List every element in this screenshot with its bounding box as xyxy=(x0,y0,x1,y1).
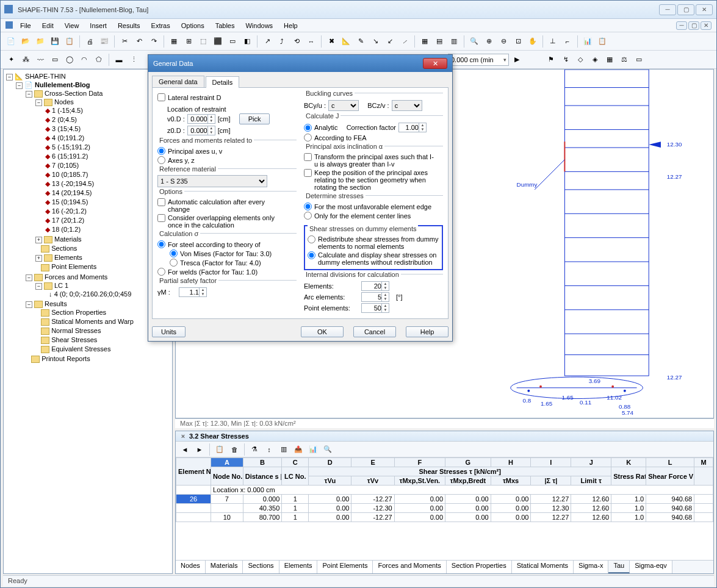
results-grid[interactable]: Element No. A B C D E F G H I J xyxy=(176,457,713,560)
filter7-icon[interactable]: ▭ xyxy=(632,53,646,66)
ok-button[interactable]: OK xyxy=(301,326,344,337)
mdi-minimize-button[interactable]: ─ xyxy=(676,21,687,30)
filter3-icon[interactable]: ◇ xyxy=(574,53,587,66)
col-F[interactable]: F xyxy=(394,458,445,467)
panel-next-icon[interactable]: ► xyxy=(193,443,206,456)
corr-input[interactable] xyxy=(398,123,419,132)
zoom-window-icon[interactable]: 🔍 xyxy=(467,35,481,48)
menu-windows[interactable]: Windows xyxy=(240,21,278,30)
gamma-input[interactable] xyxy=(179,287,200,297)
tool1-icon[interactable]: ⬚ xyxy=(196,35,210,48)
panel-tab-forces-and-moments[interactable]: Forces and Moments xyxy=(373,561,446,573)
open2-icon[interactable]: 📁 xyxy=(34,35,47,48)
panel-tab-elements[interactable]: Elements xyxy=(279,561,318,573)
tree-toggle[interactable]: − xyxy=(26,301,32,308)
col-I[interactable]: I xyxy=(531,458,571,467)
col-element-no[interactable]: Element No. xyxy=(176,458,211,486)
mdi-close-button[interactable]: ✕ xyxy=(701,21,712,30)
lateral-restraint-checkbox[interactable] xyxy=(157,93,165,101)
play-icon[interactable]: ▶ xyxy=(510,53,524,66)
zoom-fit-icon[interactable]: ⊡ xyxy=(511,35,525,48)
calc-icon[interactable]: ▦ xyxy=(418,35,431,48)
vonmises-radio[interactable] xyxy=(170,249,178,257)
col-H[interactable]: H xyxy=(491,458,531,467)
panel-tab-sigma-x[interactable]: Sigma-x xyxy=(574,561,608,573)
panel-filter-icon[interactable]: ⚗ xyxy=(248,443,261,456)
menu-insert[interactable]: Insert xyxy=(85,21,112,30)
panel-find-icon[interactable]: 🔍 xyxy=(321,443,334,456)
zoom-out-icon[interactable]: ⊖ xyxy=(497,35,510,48)
rect-icon[interactable]: ▭ xyxy=(48,53,62,66)
tool6-icon[interactable]: ⤴ xyxy=(275,35,289,48)
steel-radio[interactable] xyxy=(157,240,165,248)
report2-icon[interactable]: 📋 xyxy=(596,35,609,48)
section-icon[interactable]: ⌐ xyxy=(561,35,574,48)
col-J[interactable]: J xyxy=(571,458,611,467)
tree-printout[interactable]: Printout Reports xyxy=(41,355,90,362)
panel-tab-section-properties[interactable]: Section Properties xyxy=(447,561,512,573)
report-icon[interactable]: 📊 xyxy=(581,35,594,48)
nodes-icon[interactable]: ⁂ xyxy=(19,53,32,66)
calc-disp-radio[interactable] xyxy=(308,251,315,259)
tool4-icon[interactable]: ◧ xyxy=(240,35,254,48)
menu-results[interactable]: Results xyxy=(113,21,145,30)
x-position-combo[interactable]: 0.000 cm (min xyxy=(448,54,509,66)
filter2-icon[interactable]: ↯ xyxy=(559,53,572,66)
arc-elements-input[interactable] xyxy=(361,292,382,302)
filter4-icon[interactable]: ◈ xyxy=(588,53,602,66)
table-row[interactable]: 2670.00010.00-12.270.000.000.0012.2712.6… xyxy=(176,495,713,504)
saveas-icon[interactable]: 📋 xyxy=(63,35,76,48)
line-icon[interactable]: 〰 xyxy=(34,53,47,66)
undo-icon[interactable]: ↶ xyxy=(132,35,146,48)
tree-toggle[interactable]: − xyxy=(16,82,23,89)
panel-tab-sigma-eqv[interactable]: Sigma-eqv xyxy=(630,561,672,573)
tree-materials[interactable]: Materials xyxy=(54,235,82,243)
transform-checkbox[interactable] xyxy=(304,153,312,161)
units-button[interactable]: Units xyxy=(152,326,186,337)
table-icon[interactable]: ▤ xyxy=(433,35,446,48)
axis-icon[interactable]: ⊥ xyxy=(546,35,560,48)
menu-view[interactable]: View xyxy=(60,21,84,30)
print-icon[interactable]: 🖨 xyxy=(83,35,96,48)
bcyu-select[interactable]: c xyxy=(328,100,359,111)
maximize-button[interactable]: ▢ xyxy=(677,4,694,15)
arc-icon[interactable]: ◠ xyxy=(77,53,91,66)
tree-nodes[interactable]: Nodes xyxy=(54,98,74,106)
elements-input[interactable] xyxy=(361,281,382,291)
redistribute-radio[interactable] xyxy=(308,235,315,243)
panel-tab-nodes[interactable]: Nodes xyxy=(176,561,206,573)
col-K[interactable]: K xyxy=(611,458,646,467)
z0d-input[interactable] xyxy=(187,126,208,135)
panel-tab-tau[interactable]: Tau xyxy=(608,561,630,573)
tool9-icon[interactable]: ✖ xyxy=(325,35,338,48)
menu-options[interactable]: Options xyxy=(176,21,209,30)
welds-radio[interactable] xyxy=(157,268,165,276)
tool8-icon[interactable]: ↔ xyxy=(304,35,318,48)
tree-results[interactable]: Results xyxy=(45,300,67,307)
table-row[interactable]: 1080.70010.00-12.270.000.000.0012.2712.6… xyxy=(176,513,713,522)
tree-lc-value[interactable]: 4 (0; 0;0;-2160.26;0;0;459 xyxy=(54,290,132,298)
tool13-icon[interactable]: ↙ xyxy=(383,35,397,48)
unfav-radio[interactable] xyxy=(304,203,312,210)
mdi-restore-button[interactable]: ▢ xyxy=(688,21,699,30)
tree-fm[interactable]: Forces and Moments xyxy=(45,273,107,281)
analytic-radio[interactable] xyxy=(304,124,312,132)
filter6-icon[interactable]: ⚖ xyxy=(618,53,631,66)
tree-sections[interactable]: Sections xyxy=(51,245,77,252)
tree-toggle[interactable]: + xyxy=(35,255,42,262)
panel-tab-statical-moments[interactable]: Statical Moments xyxy=(512,561,574,573)
tool12-icon[interactable]: ↘ xyxy=(369,35,382,48)
redo-icon[interactable]: ↷ xyxy=(147,35,160,48)
tree-toggle[interactable]: − xyxy=(35,283,42,290)
tool2-icon[interactable]: ⬛ xyxy=(211,35,225,48)
tool5-icon[interactable]: ↗ xyxy=(261,35,274,48)
tab-details[interactable]: Details xyxy=(206,76,240,88)
tree-project[interactable]: Nullelement-Blog xyxy=(35,81,90,88)
panel-sort-icon[interactable]: ↕ xyxy=(262,443,276,456)
tree-toggle[interactable]: − xyxy=(35,99,42,106)
tool7-icon[interactable]: ⟲ xyxy=(290,35,303,48)
save-icon[interactable]: 💾 xyxy=(48,35,62,48)
v0d-input[interactable] xyxy=(187,114,208,124)
panel-cols-icon[interactable]: ▥ xyxy=(277,443,290,456)
tree-lc[interactable]: LC 1 xyxy=(54,282,68,289)
